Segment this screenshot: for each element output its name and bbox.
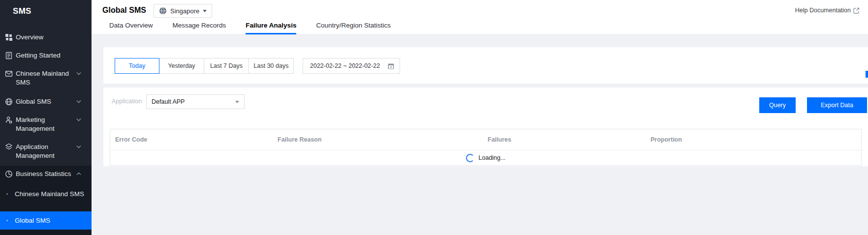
date-range-picker[interactable]: 2022-02-22 ~ 2022-02-22 [303,58,400,74]
query-button[interactable]: Query [759,97,796,113]
column-header-failure-reason: Failure Reason [273,136,483,143]
date-range-value: 2022-02-22 ~ 2022-02-22 [310,62,380,69]
tab-failure-analysis[interactable]: Failure Analysis [246,22,296,34]
sidebar-item-overview[interactable]: Overview [0,33,92,42]
caret-down-icon [235,101,239,103]
chevron-up-icon [76,172,81,176]
envelope-icon [5,70,13,78]
topbar: Global SMS Singapore Help Documentation … [92,0,868,35]
sidebar-item-label: Overview [16,33,43,42]
sidebar-title: SMS [13,6,31,16]
tab-message-records[interactable]: Message Records [173,22,226,34]
help-documentation-link[interactable]: Help Documentation [795,7,860,14]
sidebar-item-chinese-mainland-sms[interactable]: Chinese Mainland SMS [0,69,92,87]
globe-icon [5,98,13,106]
table-loading-row: Loading... [110,150,861,165]
bullet-dot-icon [6,220,8,221]
column-header-error-code: Error Code [110,136,273,143]
sidebar-item-label: Business Statistics [16,170,71,178]
layers-icon [5,143,13,151]
sidebar-item-business-statistics[interactable]: Business Statistics [0,170,92,178]
sidebar-item-application-management[interactable]: Application Management [0,143,92,160]
tab-bar: Data Overview Message Records Failure An… [109,22,410,34]
chevron-down-icon [76,72,81,76]
sidebar-item-global-sms[interactable]: Global SMS [0,97,92,106]
date-preset-group: Today Yesterday Last 7 Days Last 30 days [115,58,294,74]
sidebar-item-label: Application Management [16,143,73,160]
sidebar-item-label: Marketing Management [16,116,73,133]
table-header-row: Error Code Failure Reason Failures Propo… [110,129,861,150]
chevron-down-icon [76,145,81,149]
application-label: Application [112,98,142,105]
edge-widget[interactable] [866,71,868,78]
preset-last-30-days-button[interactable]: Last 30 days [249,58,294,74]
calendar-icon [387,62,395,70]
sidebar-item-marketing-management[interactable]: Marketing Management [0,116,92,133]
sms-console-page: SMS Overview Getting Started Chinese Mai… [0,0,868,235]
application-select-value: Default APP [152,98,185,105]
query-results-card: Application Default APP Query Export Dat… [103,88,868,166]
grid-icon [5,33,13,41]
sidebar-subitem-chinese-mainland-sms[interactable]: Chinese Mainland SMS [0,190,92,199]
sidebar-item-label: Global SMS [16,97,51,106]
sidebar-item-label: Getting Started [16,51,61,60]
export-data-button[interactable]: Export Data [807,97,867,113]
bullet-dot-icon [6,193,8,195]
page-title: Global SMS [102,6,146,15]
region-selector[interactable]: Singapore [154,4,212,18]
chevron-down-icon [76,100,81,104]
sidebar-item-getting-started[interactable]: Getting Started [0,51,92,60]
spinner-icon [466,154,474,162]
application-select[interactable]: Default APP [146,94,245,109]
caret-down-icon [203,10,207,12]
external-link-icon [853,7,860,14]
loading-text: Loading... [479,154,506,161]
tab-data-overview[interactable]: Data Overview [109,22,153,34]
column-header-proportion: Proportion [646,136,861,143]
sidebar-subitem-label: Chinese Mainland SMS [15,190,84,198]
chevron-down-icon [76,118,81,122]
column-header-failures: Failures [483,136,646,143]
help-link-label: Help Documentation [795,7,851,14]
pie-chart-icon [5,170,13,178]
tab-country-region-statistics[interactable]: Country/Region Statistics [316,22,391,34]
document-icon [5,52,13,59]
sidebar-item-label: Chinese Mainland SMS [16,69,73,87]
person-icon [5,116,13,124]
sidebar-subitem-global-sms[interactable]: Global SMS [0,211,92,230]
preset-last-7-days-button[interactable]: Last 7 Days [204,58,249,74]
failure-analysis-table: Error Code Failure Reason Failures Propo… [110,129,862,166]
preset-yesterday-button[interactable]: Yesterday [159,58,204,74]
sidebar: SMS Overview Getting Started Chinese Mai… [0,0,92,235]
sidebar-subitem-label: Global SMS [15,216,50,225]
globe-icon [159,7,167,15]
region-selector-value: Singapore [170,7,199,15]
preset-today-button[interactable]: Today [115,58,159,74]
date-filter-card: Today Yesterday Last 7 Days Last 30 days… [103,47,868,84]
